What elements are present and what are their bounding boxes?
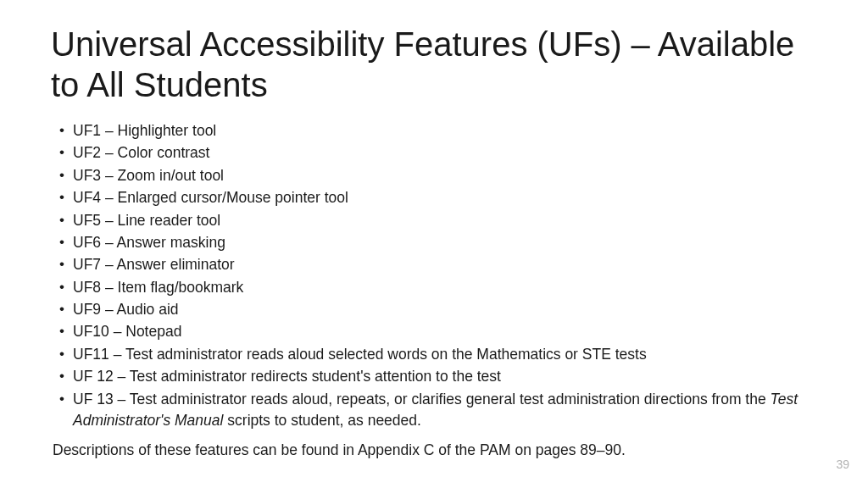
uf13-text-prefix: UF 13 – Test administrator reads aloud, … [73,391,771,408]
list-item: UF1 – Highlighter tool [51,120,817,141]
uf13-text-suffix: scripts to student, as needed. [223,412,420,429]
list-item: UF7 – Answer eliminator [51,254,817,275]
slide-title: Universal Accessibility Features (UFs) –… [51,24,817,105]
list-item: UF10 – Notepad [51,321,817,342]
list-item: UF11 – Test administrator reads aloud se… [51,344,817,365]
list-item: UF5 – Line reader tool [51,210,817,231]
list-item: UF4 – Enlarged cursor/Mouse pointer tool [51,187,817,208]
list-item: UF 12 – Test administrator redirects stu… [51,366,817,387]
list-item: UF6 – Answer masking [51,232,817,253]
list-item-uf13: UF 13 – Test administrator reads aloud, … [51,389,817,432]
feature-list: UF1 – Highlighter tool UF2 – Color contr… [51,120,817,431]
page-number: 39 [836,458,849,471]
list-item: UF3 – Zoom in/out tool [51,165,817,186]
list-item: UF9 – Audio aid [51,299,817,320]
list-item: UF8 – Item flag/bookmark [51,277,817,298]
list-item: UF2 – Color contrast [51,142,817,164]
description-text: Descriptions of these features can be fo… [51,441,817,459]
